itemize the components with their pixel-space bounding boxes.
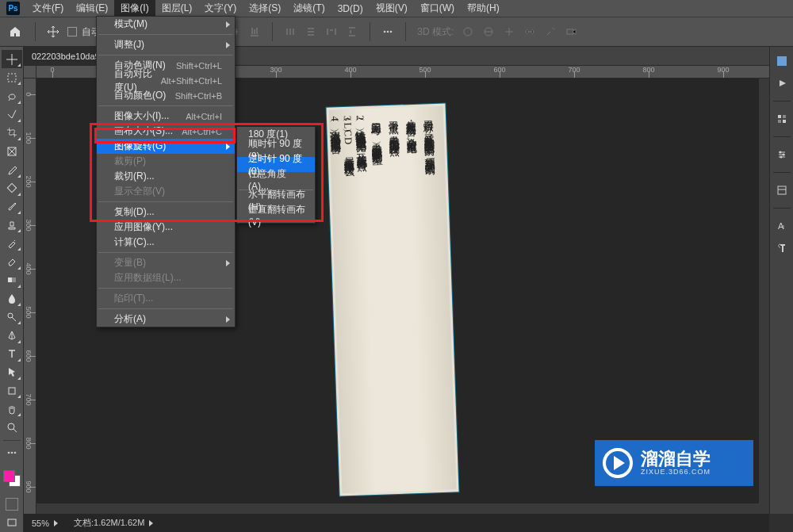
panel-character-icon[interactable]: AI (772, 216, 791, 235)
document-info[interactable]: 文档:1.62M/1.62M (74, 517, 153, 529)
frame-tool[interactable] (2, 142, 22, 160)
slide-3d-icon[interactable] (523, 25, 536, 38)
brush-tool[interactable] (2, 197, 22, 216)
marquee-tool[interactable] (2, 68, 22, 86)
pen-tool[interactable] (2, 326, 22, 344)
home-button[interactable] (6, 23, 24, 40)
submenu-arrow-icon (226, 144, 230, 150)
screen-mode-toggle[interactable] (2, 514, 22, 532)
menu-edit[interactable]: 编辑(E) (70, 0, 114, 17)
rotate-item-A[interactable]: 任意角度(A)... (237, 172, 315, 187)
path-select-tool[interactable] (2, 363, 22, 381)
vertical-scrollbar[interactable] (759, 78, 769, 503)
menu-image[interactable]: 图像(I) (114, 0, 155, 17)
move-tool-icon (47, 25, 59, 38)
menu-item-label: 复制(D)... (114, 205, 155, 219)
menu-item-R[interactable]: 裁切(R)... (97, 169, 235, 184)
distribute-spacing-v-icon[interactable] (346, 25, 358, 38)
play-circle-icon (603, 448, 633, 478)
menu-file[interactable]: 文件(F) (26, 0, 70, 17)
zoom-3d-icon[interactable] (544, 25, 557, 38)
ruler-corner (24, 66, 36, 78)
align-bottom-icon[interactable] (248, 25, 261, 38)
shape-tool[interactable] (2, 381, 22, 400)
orbit-3d-icon[interactable] (462, 25, 474, 38)
horizontal-scrollbar[interactable] (36, 503, 769, 514)
svg-point-0 (384, 31, 386, 33)
quick-mask-toggle[interactable] (6, 498, 18, 511)
move-tool[interactable] (2, 50, 22, 68)
menu-item-label: 应用图像(Y)... (114, 220, 173, 234)
watermark-badge: 溜溜自学 ZIXUE.3D66.COM (595, 440, 753, 486)
panel-paragraph-icon[interactable] (772, 239, 791, 258)
menu-help[interactable]: 帮助(H) (461, 0, 506, 17)
svg-rect-20 (783, 115, 786, 118)
eraser-tool[interactable] (2, 252, 22, 270)
camera-3d-icon[interactable] (565, 25, 577, 38)
blur-tool[interactable] (2, 289, 22, 308)
menu-type[interactable]: 文字(Y) (198, 0, 243, 17)
right-panels: AI (769, 47, 793, 514)
menu-item-C[interactable]: 计算(C)... (97, 235, 235, 250)
page-text-line: 并掌握其应用场合，学会分析应用电路。 (402, 113, 419, 148)
panel-play-icon[interactable] (772, 74, 791, 93)
crop-tool[interactable] (2, 124, 22, 142)
stamp-tool[interactable] (2, 216, 22, 234)
eyedropper-tool[interactable] (2, 160, 22, 178)
svg-rect-10 (8, 277, 12, 282)
svg-point-2 (390, 31, 393, 33)
dodge-tool[interactable] (2, 308, 22, 326)
document-canvas[interactable]: 学习目标：了解几种常见的电子产品电源的类别、原理及相互之间的区别、 并掌握其应用… (326, 104, 458, 496)
menu-item-shortcut: Alt+Shift+Ctrl+L (161, 76, 222, 86)
menu-3d[interactable]: 3D(D) (331, 1, 370, 17)
zoom-value: 55% (32, 519, 49, 528)
menu-item-J[interactable]: 调整(J) (97, 37, 235, 52)
page-text-line: 问题思考：（1）电子产品电源有哪几种常见的类型？ (367, 113, 385, 159)
panel-libraries-icon[interactable] (772, 181, 791, 200)
pan-3d-icon[interactable] (503, 25, 515, 38)
svg-point-16 (13, 452, 16, 454)
lasso-tool[interactable] (2, 86, 22, 105)
history-brush-tool[interactable] (2, 234, 22, 252)
more-icon[interactable] (381, 25, 394, 38)
roll-3d-icon[interactable] (482, 25, 495, 38)
menu-filter[interactable]: 滤镜(T) (287, 0, 331, 17)
panel-color-icon[interactable] (772, 52, 791, 71)
menu-item-D[interactable]: 复制(D)... (97, 205, 235, 220)
zoom-level[interactable]: 55% (32, 519, 58, 528)
color-swatches[interactable] (3, 470, 21, 487)
menu-item-label: 裁切(R)... (114, 170, 155, 183)
menu-item-U[interactable]: 自动对比度(U)Alt+Shift+Ctrl+L (97, 73, 235, 88)
menu-window[interactable]: 窗口(W) (414, 0, 461, 17)
menu-item-label: 调整(J) (114, 38, 144, 52)
zoom-tool[interactable] (2, 418, 22, 436)
ruler-vertical[interactable]: 01002003004005006007008009001000 (24, 78, 36, 514)
svg-point-15 (10, 452, 13, 454)
menu-item-A[interactable]: 分析(A) (97, 312, 235, 327)
menu-item-I[interactable]: 图像大小(I)...Alt+Ctrl+I (97, 109, 235, 124)
menu-item-O[interactable]: 自动颜色(O)Shift+Ctrl+B (97, 88, 235, 103)
gradient-tool[interactable] (2, 271, 22, 289)
panel-adjustments-icon[interactable] (772, 145, 791, 164)
panel-swatches-icon[interactable] (772, 109, 791, 128)
menu-item-Y[interactable]: 应用图像(Y)... (97, 220, 235, 235)
quick-select-tool[interactable] (2, 105, 22, 124)
menu-item-S[interactable]: 画布大小(S)...Alt+Ctrl+C (97, 124, 235, 139)
healing-tool[interactable] (2, 179, 22, 197)
menu-item-M[interactable]: 模式(M) (97, 17, 235, 32)
menu-select[interactable]: 选择(S) (243, 0, 287, 17)
type-tool[interactable] (2, 345, 22, 363)
menu-item-label: 自动颜色(O) (114, 89, 166, 102)
rotate-item-V[interactable]: 垂直翻转画布(V) (237, 208, 315, 223)
hand-tool[interactable] (2, 400, 22, 418)
menu-view[interactable]: 视图(V) (370, 0, 414, 17)
menu-item-G[interactable]: 图像旋转(G) (97, 139, 235, 154)
menu-item-shortcut: Shift+Ctrl+L (176, 61, 222, 71)
distribute-spacing-h-icon[interactable] (325, 25, 338, 38)
edit-toolbar-icon[interactable] (2, 444, 22, 462)
menu-layer[interactable]: 图层(L) (155, 0, 199, 17)
svg-rect-8 (7, 183, 16, 192)
distribute-h-icon[interactable] (284, 25, 297, 38)
distribute-v-icon[interactable] (305, 25, 317, 38)
fg-color-swatch[interactable] (3, 470, 15, 482)
